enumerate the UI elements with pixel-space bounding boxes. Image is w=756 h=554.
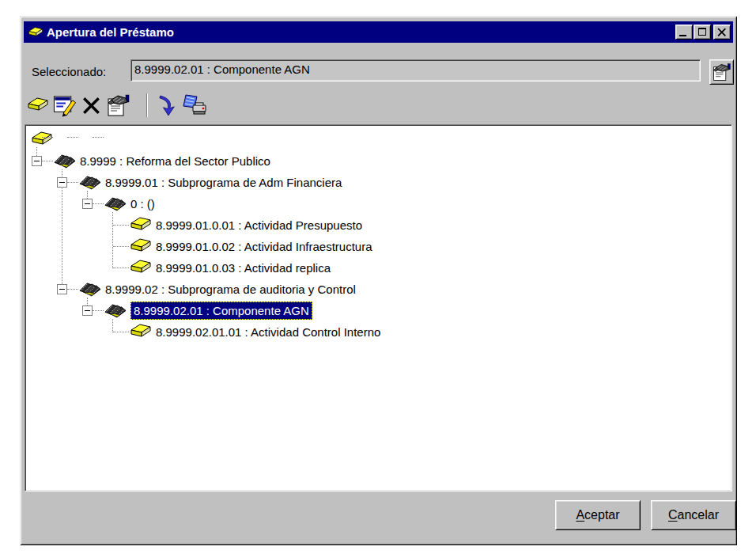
- book-icon: [130, 216, 152, 233]
- tree-item[interactable]: 0 : (): [27, 193, 730, 214]
- book-icon: [130, 237, 152, 255]
- tree-connector: [93, 203, 104, 204]
- tree-view[interactable]: 8.9999 : Reforma del Sector Publico8.999…: [25, 124, 732, 491]
- dialog-window: Apertura del Préstamo Seleccionado: 8.99…: [20, 16, 737, 545]
- tree-item[interactable]: 8.9999.02 : Subprograma de auditoria y C…: [27, 279, 730, 300]
- tree-item[interactable]: 8.9999.02.01.01 : Actividad Control Inte…: [27, 321, 730, 343]
- tree-connector: [67, 182, 78, 183]
- tree-item-label[interactable]: 8.9999.01.0.01 : Actividad Presupuesto: [156, 217, 362, 233]
- tree-item-label[interactable]: 8.9999.01.0.03 : Actividad replica: [156, 260, 331, 276]
- tree-connector: [42, 137, 53, 138]
- tree-expander-minus[interactable]: [32, 156, 42, 166]
- tree-item[interactable]: 8.9999.01.0.03 : Actividad replica: [27, 257, 730, 279]
- tree-item-label[interactable]: 0 : (): [130, 195, 155, 212]
- tree-item[interactable]: [27, 129, 730, 150]
- books-stack-icon: [104, 195, 127, 212]
- print-button[interactable]: [181, 93, 208, 118]
- tree-inner: 8.9999 : Reforma del Sector Publico8.999…: [27, 127, 730, 489]
- properties-button[interactable]: [709, 59, 734, 85]
- minimize-button[interactable]: [675, 25, 693, 40]
- edit-button[interactable]: [51, 93, 78, 118]
- book-icon: [28, 26, 43, 39]
- tree-connector: [93, 137, 104, 138]
- selected-label: Seleccionado:: [32, 65, 106, 78]
- selected-input[interactable]: 8.9999.02.01 : Componente AGN: [130, 59, 701, 82]
- tree-item[interactable]: 8.9999.01.0.02 : Actividad Infraestructu…: [27, 236, 730, 257]
- tree-item-label[interactable]: 8.9999.02.01.01 : Actividad Control Inte…: [156, 324, 380, 340]
- print-icon: [182, 94, 207, 116]
- tree-item[interactable]: 8.9999 : Reforma del Sector Publico: [27, 150, 730, 172]
- accept-button[interactable]: Aceptar: [555, 500, 641, 530]
- tree-expander-minus[interactable]: [57, 177, 67, 188]
- books-stack-icon: [104, 302, 127, 319]
- toolbar-separator: [146, 93, 148, 117]
- tree-item[interactable]: 8.9999.01.0.01 : Actividad Presupuesto: [27, 214, 730, 236]
- toolbar-properties-button[interactable]: [105, 93, 132, 118]
- tree-connector: [67, 289, 78, 290]
- book-icon: [130, 323, 152, 340]
- tree-expander-minus[interactable]: [82, 199, 93, 209]
- new-item-button[interactable]: [25, 93, 51, 118]
- close-icon: [716, 27, 728, 37]
- tree-item-label[interactable]: 8.9999 : Reforma del Sector Publico: [80, 153, 270, 169]
- tree-connector: [93, 310, 104, 311]
- cancel-button[interactable]: Cancelar: [651, 500, 736, 530]
- titlebar: Apertura del Préstamo: [24, 21, 733, 43]
- books-stack-icon: [79, 280, 101, 298]
- tree-connector: [42, 161, 53, 161]
- tree-expander-minus[interactable]: [82, 305, 93, 316]
- close-button[interactable]: [713, 25, 731, 40]
- toolbar: [25, 91, 732, 120]
- delete-x-icon: [81, 95, 102, 116]
- delete-button[interactable]: [78, 93, 105, 118]
- tree-item-label[interactable]: 8.9999.01 : Subprograma de Adm Financier…: [105, 174, 342, 191]
- move-down-button[interactable]: [154, 93, 181, 118]
- tree-expander-minus[interactable]: [57, 284, 67, 294]
- move-down-arrow-icon: [158, 94, 177, 116]
- maximize-icon: [698, 28, 706, 36]
- books-stack-icon: [79, 173, 101, 191]
- window-title: Apertura del Préstamo: [47, 25, 675, 39]
- minimize-icon: [679, 35, 686, 36]
- tree-connector: [67, 137, 78, 138]
- tree-item-label[interactable]: 8.9999.01.0.02 : Actividad Infraestructu…: [156, 238, 372, 255]
- tree-item[interactable]: 8.9999.01 : Subprograma de Adm Financier…: [27, 172, 730, 193]
- book-icon: [31, 131, 53, 148]
- maximize-button[interactable]: [694, 25, 711, 40]
- tree-item[interactable]: 8.9999.02.01 : Componente AGN: [27, 300, 730, 321]
- tree-item-label-selected[interactable]: 8.9999.02.01 : Componente AGN: [130, 302, 312, 320]
- book-icon: [130, 259, 152, 276]
- new-book-icon: [27, 97, 49, 114]
- properties-icon: [713, 63, 731, 82]
- tree-item-label[interactable]: 8.9999.02 : Subprograma de auditoria y C…: [105, 281, 356, 298]
- books-stack-icon: [54, 152, 76, 169]
- edit-icon: [53, 93, 77, 117]
- properties-icon: [107, 93, 130, 117]
